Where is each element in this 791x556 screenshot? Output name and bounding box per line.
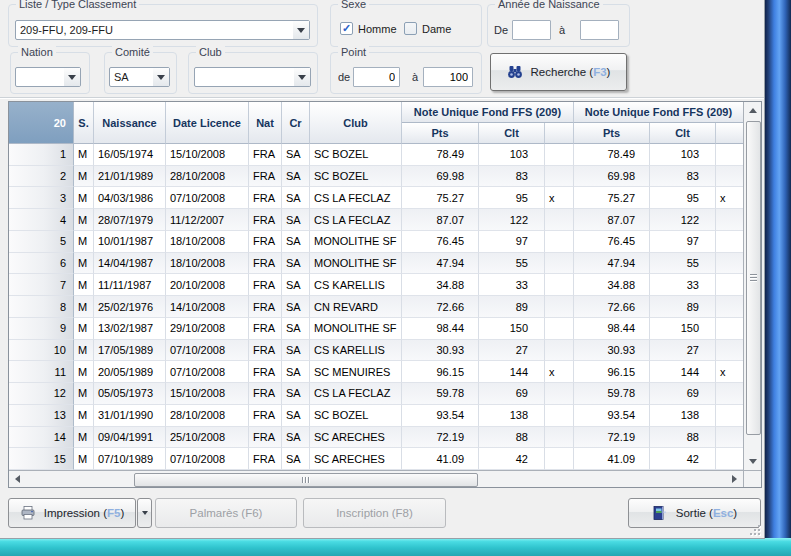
cell-pts-2: 72.66: [574, 296, 650, 318]
table-row[interactable]: 9M13/02/198729/10/2008FRASAMONOLITHE SF9…: [9, 318, 743, 340]
column-header-naissance[interactable]: Naissance: [94, 102, 166, 144]
annee-a-input[interactable]: [580, 20, 619, 40]
column-header-pts-2[interactable]: Pts: [574, 123, 650, 144]
vertical-scrollbar-thumb[interactable]: [746, 121, 761, 435]
point-a-input[interactable]: [423, 67, 473, 87]
point-de-input[interactable]: [353, 67, 400, 87]
table-row[interactable]: 10M17/05/198907/10/2008FRASACS KARELLIS3…: [9, 340, 743, 362]
cell-clt-2: 42: [650, 448, 716, 470]
table-row[interactable]: 8M25/02/197614/10/2008FRASACN REVARD72.6…: [9, 296, 743, 318]
cell-x-1: [545, 144, 574, 166]
checkmark-icon[interactable]: ✓: [340, 22, 353, 35]
cell-clt-1: 55: [479, 253, 545, 275]
table-row[interactable]: 1M16/05/197415/10/2008FRASASC BOZEL78.49…: [9, 144, 743, 166]
sortie-button[interactable]: Sortie (Esc): [628, 498, 761, 528]
chevron-down-icon[interactable]: [293, 21, 309, 39]
column-header-x-2[interactable]: [716, 123, 743, 144]
cell-club: MONOLITHE SF: [310, 253, 402, 275]
group-header-note-unique-2[interactable]: Note Unique Fond FFS (209): [574, 102, 743, 123]
column-header-date-licence[interactable]: Date Licence: [166, 102, 249, 144]
column-header-s[interactable]: S.: [74, 102, 94, 144]
cell-sexe: M: [74, 361, 94, 383]
table-row[interactable]: 6M14/04/198718/10/2008FRASAMONOLITHE SF4…: [9, 253, 743, 275]
empty-checkbox-icon[interactable]: [404, 22, 417, 35]
cell-nat: FRA: [249, 231, 282, 253]
cell-pts-1: 72.19: [402, 427, 479, 449]
horizontal-scrollbar[interactable]: [9, 471, 743, 487]
cell-date-licence: 15/10/2008: [166, 144, 249, 166]
vertical-scrollbar[interactable]: [743, 102, 761, 470]
cell-pts-2: 41.09: [574, 448, 650, 470]
table-row[interactable]: 11M20/05/198907/10/2008FRASASC MENUIRES9…: [9, 361, 743, 383]
table-row[interactable]: 13M31/01/199028/10/2008FRASASC BOZEL93.5…: [9, 405, 743, 427]
cell-clt-1: 89: [479, 296, 545, 318]
group-header-note-unique-1[interactable]: Note Unique Fond FFS (209): [402, 102, 574, 123]
chevron-down-icon[interactable]: [153, 68, 169, 86]
chevron-down-icon[interactable]: [64, 68, 80, 86]
cell-clt-2: 33: [650, 274, 716, 296]
cell-clt-1: 150: [479, 318, 545, 340]
column-header-count[interactable]: 20: [9, 102, 74, 144]
scroll-up-icon[interactable]: [744, 102, 761, 119]
column-header-x-1[interactable]: [545, 123, 574, 144]
cell-nat: FRA: [249, 187, 282, 209]
column-header-clt-2[interactable]: Clt: [650, 123, 716, 144]
homme-checkbox[interactable]: ✓ Homme: [340, 22, 397, 35]
cell-club: CS KARELLIS: [310, 274, 402, 296]
liste-combobox[interactable]: 209-FFU, 209-FFU: [15, 20, 310, 40]
impression-dropdown-button[interactable]: [137, 498, 152, 528]
impression-button[interactable]: Impression (F5): [8, 498, 136, 528]
dame-checkbox[interactable]: Dame: [404, 22, 451, 35]
cell-naissance: 20/05/1989: [94, 361, 166, 383]
cell-naissance: 17/05/1989: [94, 340, 166, 362]
table-row[interactable]: 2M21/01/198928/10/2008FRASASC BOZEL69.98…: [9, 166, 743, 188]
column-header-nat[interactable]: Nat: [249, 102, 282, 144]
column-header-club[interactable]: Club: [310, 102, 402, 144]
cell-club: CN REVARD: [310, 296, 402, 318]
cell-naissance: 11/11/1987: [94, 274, 166, 296]
cell-x-2: [716, 296, 743, 318]
cell-x-2: [716, 209, 743, 231]
inscription-button[interactable]: Inscription (F8): [303, 498, 446, 528]
comite-combobox[interactable]: SA: [109, 67, 170, 87]
column-header-cr[interactable]: Cr: [282, 102, 310, 144]
scroll-left-icon[interactable]: [9, 471, 26, 487]
cell-clt-2: 69: [650, 383, 716, 405]
column-header-pts-1[interactable]: Pts: [402, 123, 479, 144]
chevron-down-icon[interactable]: [294, 68, 310, 86]
cell-sexe: M: [74, 383, 94, 405]
recherche-button[interactable]: Recherche (F3): [490, 53, 627, 91]
club-combobox[interactable]: [194, 67, 311, 87]
palmares-button[interactable]: Palmarès (F6): [155, 498, 297, 528]
cell-date-licence: 07/10/2008: [166, 361, 249, 383]
table-header: 20 S. Naissance Date Licence Nat Cr Club…: [9, 102, 743, 144]
table-row[interactable]: 5M10/01/198718/10/2008FRASAMONOLITHE SF7…: [9, 231, 743, 253]
nation-combobox[interactable]: [15, 67, 81, 87]
table-row[interactable]: 14M09/04/199125/10/2008FRASASC ARECHES72…: [9, 427, 743, 449]
cell-cr: SA: [282, 448, 310, 470]
cell-x-2: x: [716, 187, 743, 209]
cell-date-licence: 11/12/2007: [166, 209, 249, 231]
table-row[interactable]: 4M28/07/197911/12/2007FRASACS LA FECLAZ8…: [9, 209, 743, 231]
cell-date-licence: 25/10/2008: [166, 427, 249, 449]
column-header-clt-1[interactable]: Clt: [479, 123, 545, 144]
scroll-right-icon[interactable]: [726, 471, 743, 487]
cell-row-number: 9: [9, 318, 74, 340]
table-row[interactable]: 3M04/03/198607/10/2008FRASACS LA FECLAZ7…: [9, 187, 743, 209]
cell-clt-2: 89: [650, 296, 716, 318]
cell-date-licence: 15/10/2008: [166, 383, 249, 405]
scroll-down-icon[interactable]: [744, 453, 761, 470]
cell-sexe: M: [74, 253, 94, 275]
cell-sexe: M: [74, 187, 94, 209]
window-resize-grip[interactable]: [748, 523, 760, 535]
cell-row-number: 7: [9, 274, 74, 296]
cell-pts-1: 78.49: [402, 144, 479, 166]
cell-clt-1: 27: [479, 340, 545, 362]
table-row[interactable]: 15M07/10/198907/10/2008FRASASC ARECHES41…: [9, 448, 743, 470]
cell-x-1: [545, 448, 574, 470]
cell-cr: SA: [282, 318, 310, 340]
table-row[interactable]: 7M11/11/198720/10/2008FRASACS KARELLIS34…: [9, 274, 743, 296]
horizontal-scrollbar-thumb[interactable]: [134, 473, 478, 487]
annee-de-input[interactable]: [512, 20, 551, 40]
table-row[interactable]: 12M05/05/197315/10/2008FRASACS LA FECLAZ…: [9, 383, 743, 405]
